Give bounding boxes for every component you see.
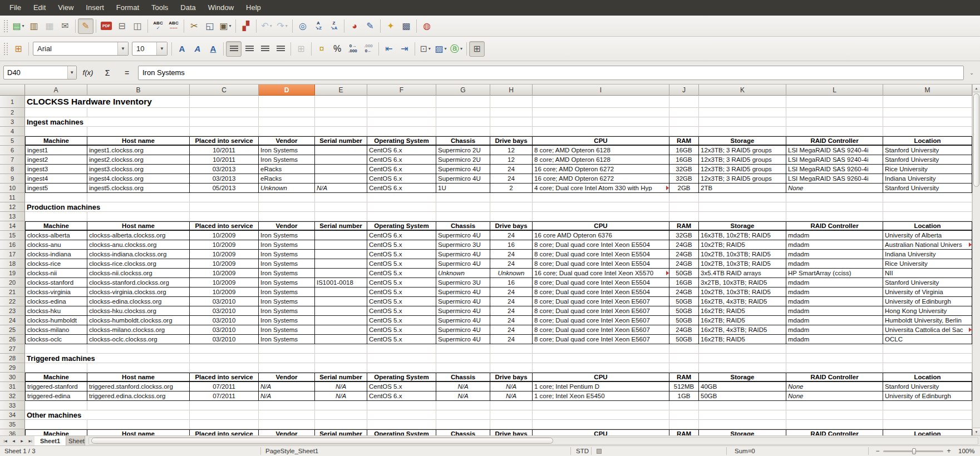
sheet-tab-sheet1[interactable]: Sheet1 <box>35 436 66 445</box>
cell-M29[interactable] <box>883 363 972 373</box>
cell-C32[interactable]: 07/2011 <box>190 391 259 401</box>
cell-G1[interactable] <box>436 96 490 108</box>
cell-K34[interactable] <box>699 410 786 420</box>
cell-M32[interactable]: University of Edinburgh <box>883 391 972 401</box>
borders-button[interactable]: ⊡▾ <box>417 41 433 57</box>
cell-M16[interactable]: Australian National Univers <box>883 240 972 250</box>
cell-C25[interactable]: 03/2010 <box>190 325 259 335</box>
cell-M6[interactable]: Stanford University <box>883 146 972 155</box>
cell-A9[interactable]: ingest4 <box>25 174 87 184</box>
cell-M30[interactable]: Location <box>883 373 972 382</box>
cell-F1[interactable] <box>367 96 436 108</box>
cell-G2[interactable] <box>436 108 490 117</box>
italic-button[interactable]: A <box>190 41 205 57</box>
cell-E16[interactable] <box>315 240 367 250</box>
cell-D28[interactable] <box>259 354 315 363</box>
cell-D14[interactable]: Vendor <box>259 221 315 231</box>
cell-A19[interactable]: clockss-nii <box>25 269 87 278</box>
cell-L17[interactable]: mdadm <box>786 250 883 259</box>
cell-G3[interactable] <box>436 117 490 127</box>
cell-K25[interactable]: 16x2TB, 4x3TB; RAID5 <box>699 325 786 335</box>
cell-D3[interactable] <box>259 117 315 127</box>
cell-G24[interactable]: Supermicro 4U <box>436 316 490 325</box>
row-header-26[interactable]: 26 <box>0 335 25 344</box>
cell-G33[interactable] <box>436 401 490 410</box>
cell-I12[interactable] <box>533 202 669 212</box>
row-header-31[interactable]: 31 <box>0 382 25 391</box>
cell-J25[interactable]: 24GB <box>669 325 699 335</box>
cell-B11[interactable] <box>87 193 190 202</box>
cell-H25[interactable]: 24 <box>490 325 533 335</box>
cell-I18[interactable]: 8 core; Dual quad core Intel Xeon E5504 <box>533 259 669 269</box>
cell-F14[interactable]: Operating System <box>367 221 436 231</box>
cell-A2[interactable] <box>25 108 87 117</box>
row-header-29[interactable]: 29 <box>0 363 25 373</box>
bold-button[interactable]: A <box>174 41 190 57</box>
cell-B28[interactable] <box>87 354 190 363</box>
cell-E24[interactable] <box>315 316 367 325</box>
cell-H21[interactable]: 24 <box>490 288 533 297</box>
cell-C15[interactable]: 10/2009 <box>190 231 259 240</box>
cell-M7[interactable]: Stanford University <box>883 155 972 165</box>
cell-J11[interactable] <box>669 193 699 202</box>
cell-H23[interactable]: 24 <box>490 306 533 316</box>
expand-formula-bar-icon[interactable]: ⌄ <box>967 70 977 76</box>
cell-H34[interactable] <box>490 410 533 420</box>
paste-button[interactable]: ▣▾ <box>218 18 233 34</box>
cell-C16[interactable]: 10/2009 <box>190 240 259 250</box>
cell-D35[interactable] <box>259 420 315 429</box>
cell-D2[interactable] <box>259 108 315 117</box>
clone-formatting-button[interactable]: ▞ <box>238 18 254 34</box>
cell-I10[interactable]: 4 core; Dual core Intel Atom 330 with Hy… <box>533 184 669 193</box>
undo-button[interactable]: ↶▾ <box>259 18 274 34</box>
cell-K9[interactable]: 12x3TB; 3 RAID5 groups <box>699 174 786 184</box>
cell-F33[interactable] <box>367 401 436 410</box>
cell-J2[interactable] <box>669 108 699 117</box>
cell-A17[interactable]: clockss-indiana <box>25 250 87 259</box>
cell-H19[interactable]: Unknown <box>490 269 533 278</box>
cell-K16[interactable]: 10x2TB; RAID5 <box>699 240 786 250</box>
cell-G35[interactable] <box>436 420 490 429</box>
cell-J12[interactable] <box>669 202 699 212</box>
cell-G34[interactable] <box>436 410 490 420</box>
cell-E35[interactable] <box>315 420 367 429</box>
cell-J34[interactable] <box>669 410 699 420</box>
cell-M24[interactable]: Humboldt University, Berlin <box>883 316 972 325</box>
cell-L36[interactable]: RAID Controller <box>786 429 883 435</box>
column-header-J[interactable]: J <box>669 85 699 96</box>
cell-L32[interactable]: None <box>786 391 883 401</box>
cell-L23[interactable]: mdadm <box>786 306 883 316</box>
cell-D27[interactable] <box>259 344 315 354</box>
cell-M5[interactable]: Location <box>883 136 972 146</box>
cell-I35[interactable] <box>533 420 669 429</box>
cell-K15[interactable]: 16x3TB, 10x2TB; RAID5 <box>699 231 786 240</box>
cell-E36[interactable]: Serial number <box>315 429 367 435</box>
cell-L11[interactable] <box>786 193 883 202</box>
cell-F4[interactable] <box>367 127 436 136</box>
cell-G23[interactable]: Supermicro 4U <box>436 306 490 316</box>
cell-B16[interactable]: clockss-anu.clockss.org <box>87 240 190 250</box>
cell-C36[interactable]: Placed into service <box>190 429 259 435</box>
cell-J15[interactable]: 32GB <box>669 231 699 240</box>
cell-I34[interactable] <box>533 410 669 420</box>
cell-G22[interactable]: Supermicro 4U <box>436 297 490 306</box>
cell-H24[interactable]: 24 <box>490 316 533 325</box>
cell-C21[interactable]: 10/2009 <box>190 288 259 297</box>
cell-J6[interactable]: 16GB <box>669 146 699 155</box>
cell-I33[interactable] <box>533 401 669 410</box>
row-header-11[interactable]: 11 <box>0 193 25 202</box>
cell-G9[interactable]: Supermicro 4U <box>436 174 490 184</box>
cell-H36[interactable]: Drive bays <box>490 429 533 435</box>
cell-K31[interactable]: 40GB <box>699 382 786 391</box>
cell-F36[interactable]: Operating System <box>367 429 436 435</box>
cell-A33[interactable] <box>25 401 87 410</box>
cell-L13[interactable] <box>786 212 883 221</box>
cell-E33[interactable] <box>315 401 367 410</box>
cell-M14[interactable]: Location <box>883 221 972 231</box>
cell-B9[interactable]: ingest4.clockss.org <box>87 174 190 184</box>
cell-C20[interactable]: 10/2009 <box>190 278 259 288</box>
cell-A20[interactable]: clockss-stanford <box>25 278 87 288</box>
cell-K29[interactable] <box>699 363 786 373</box>
cell-F7[interactable]: CentOS 6.x <box>367 155 436 165</box>
cell-E12[interactable] <box>315 202 367 212</box>
